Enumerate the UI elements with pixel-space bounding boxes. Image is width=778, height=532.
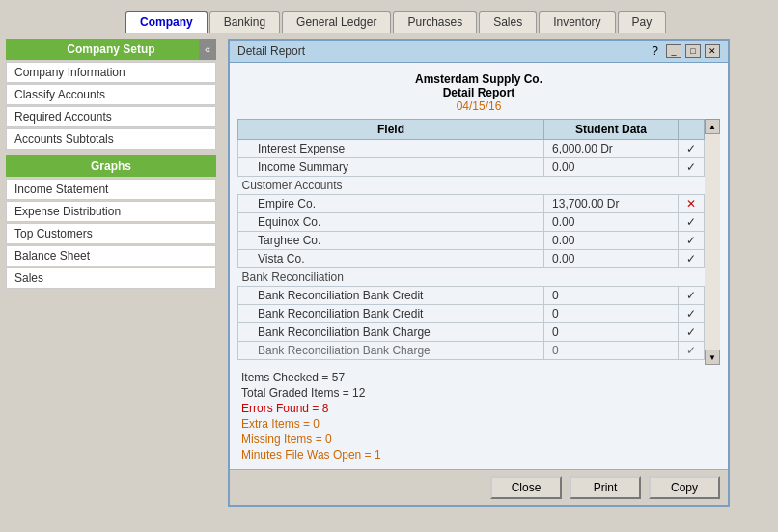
dialog-body: Amsterdam Supply Co. Detail Report 04/15…	[230, 63, 728, 469]
report-header: Amsterdam Supply Co. Detail Report 04/15…	[230, 63, 728, 119]
table-row: Equinox Co. 0.00 ✓	[238, 213, 705, 232]
dialog-maximize-btn[interactable]: □	[685, 44, 701, 58]
row-status: ✕	[679, 195, 705, 213]
table-row: Interest Expense 6,000.00 Dr ✓	[238, 140, 705, 158]
table-row: Vista Co. 0.00 ✓	[238, 250, 705, 268]
row-status: ✓	[679, 305, 705, 323]
summary-items-checked: Items Checked = 57	[241, 371, 716, 384]
sidebar-item-income-statement[interactable]: Income Statement	[6, 179, 216, 200]
tab-banking[interactable]: Banking	[209, 11, 280, 33]
sidebar-item-company-information[interactable]: Company Information	[6, 62, 216, 83]
sidebar-item-balance-sheet[interactable]: Balance Sheet	[6, 245, 216, 266]
tab-general-ledger[interactable]: General Ledger	[282, 11, 391, 33]
content-area: Detail Report ? _ □ ✕ Amsterdam Supply C…	[222, 33, 778, 532]
summary-missing-items: Missing Items = 0	[241, 433, 716, 446]
dialog-help[interactable]: ?	[652, 44, 658, 58]
dialog-controls: ? _ □ ✕	[652, 44, 720, 58]
summary-extra-items: Extra Items = 0	[241, 417, 716, 431]
row-value: 0.00	[544, 213, 679, 232]
row-field: Bank Reconciliation Bank Charge	[238, 323, 544, 342]
row-status: ✓	[679, 232, 705, 250]
summary-errors-found: Errors Found = 8	[241, 402, 716, 415]
tab-company[interactable]: Company	[125, 11, 208, 33]
report-type: Detail Report	[230, 86, 728, 99]
copy-button[interactable]: Copy	[649, 476, 720, 499]
top-nav: Company Banking General Ledger Purchases…	[0, 0, 778, 33]
row-field: Empire Co.	[238, 195, 544, 213]
row-value: 0.00	[544, 232, 679, 250]
close-button[interactable]: Close	[490, 476, 562, 499]
table-row: Bank Reconciliation Bank Credit 0 ✓	[238, 287, 705, 305]
tab-pay[interactable]: Pay	[618, 11, 667, 33]
row-field: Interest Expense	[238, 140, 544, 158]
print-button[interactable]: Print	[570, 476, 641, 499]
table-row: Targhee Co. 0.00 ✓	[238, 232, 705, 250]
report-table: Field Student Data Interest Expense 6,00…	[237, 119, 705, 360]
row-value: 6,000.00 Dr	[544, 140, 679, 158]
report-date: 04/15/16	[230, 99, 728, 113]
row-value: 0.00	[544, 158, 679, 177]
section-label: Bank Reconciliation	[238, 268, 705, 287]
row-status: ✓	[679, 323, 705, 342]
row-field: Equinox Co.	[238, 213, 544, 232]
sidebar-collapse-btn[interactable]: «	[199, 39, 216, 60]
row-value: 0	[544, 305, 679, 323]
company-setup-header: Company Setup	[6, 39, 216, 60]
summary-total-graded: Total Graded Items = 12	[241, 386, 716, 400]
sidebar: Company Setup « Company Information Clas…	[0, 33, 222, 532]
sidebar-item-sales[interactable]: Sales	[6, 267, 216, 289]
row-field: Vista Co.	[238, 250, 544, 268]
table-row-section: Customer Accounts	[238, 177, 705, 195]
vertical-scrollbar[interactable]: ▲ ▼	[705, 119, 720, 365]
dialog-title: Detail Report	[237, 44, 305, 58]
row-status: ✓	[679, 140, 705, 158]
dialog-close-btn[interactable]: ✕	[705, 44, 720, 58]
graphs-header: Graphs	[6, 155, 216, 177]
table-row: Bank Reconciliation Bank Charge 0 ✓	[238, 323, 705, 342]
company-name: Amsterdam Supply Co.	[230, 72, 728, 86]
section-label: Customer Accounts	[238, 177, 705, 195]
sidebar-item-top-customers[interactable]: Top Customers	[6, 223, 216, 244]
row-value: 0.00	[544, 250, 679, 268]
summary-minutes-open: Minutes File Was Open = 1	[241, 448, 716, 462]
tab-purchases[interactable]: Purchases	[393, 11, 477, 33]
col-status	[679, 120, 705, 140]
row-value: 0	[544, 287, 679, 305]
tab-inventory[interactable]: Inventory	[539, 11, 615, 33]
row-value: 0	[544, 342, 679, 360]
col-field: Field	[238, 120, 544, 140]
row-status: ✓	[679, 250, 705, 268]
row-status: ✓	[679, 342, 705, 360]
dialog-footer: Close Print Copy	[230, 469, 728, 505]
dialog-minimize-btn[interactable]: _	[666, 44, 681, 58]
row-value: 0	[544, 323, 679, 342]
row-field: Bank Reconciliation Bank Credit	[238, 287, 544, 305]
tab-sales[interactable]: Sales	[479, 11, 537, 33]
sidebar-item-required-accounts[interactable]: Required Accounts	[6, 106, 216, 127]
scroll-track	[705, 134, 720, 350]
table-row: Empire Co. 13,700.00 Dr ✕	[238, 195, 705, 213]
row-field: Bank Reconciliation Bank Credit	[238, 305, 544, 323]
main-area: Company Setup « Company Information Clas…	[0, 33, 778, 532]
table-row: Income Summary 0.00 ✓	[238, 158, 705, 177]
table-row: Bank Reconciliation Bank Charge 0 ✓	[238, 342, 705, 360]
detail-report-dialog: Detail Report ? _ □ ✕ Amsterdam Supply C…	[228, 39, 730, 507]
row-field: Income Summary	[238, 158, 544, 177]
scroll-up-btn[interactable]: ▲	[705, 119, 720, 134]
table-container: Field Student Data Interest Expense 6,00…	[237, 119, 720, 365]
dialog-titlebar: Detail Report ? _ □ ✕	[230, 41, 728, 63]
row-value: 13,700.00 Dr	[544, 195, 679, 213]
scroll-down-btn[interactable]: ▼	[705, 350, 720, 365]
sidebar-item-classify-accounts[interactable]: Classify Accounts	[6, 84, 216, 105]
summary-area: Items Checked = 57 Total Graded Items = …	[230, 365, 728, 469]
row-status: ✓	[679, 287, 705, 305]
table-row: Bank Reconciliation Bank Credit 0 ✓	[238, 305, 705, 323]
sidebar-item-expense-distribution[interactable]: Expense Distribution	[6, 201, 216, 222]
sidebar-item-accounts-subtotals[interactable]: Accounts Subtotals	[6, 128, 216, 150]
row-status: ✓	[679, 158, 705, 177]
col-student-data: Student Data	[544, 120, 679, 140]
row-field: Targhee Co.	[238, 232, 544, 250]
sidebar-section-company-setup: Company Setup «	[6, 39, 216, 60]
row-field: Bank Reconciliation Bank Charge	[238, 342, 544, 360]
table-row-section: Bank Reconciliation	[238, 268, 705, 287]
